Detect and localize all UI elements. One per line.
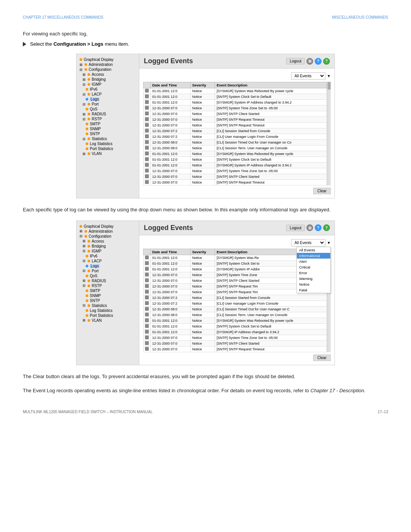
sidebar-item-vlan[interactable]: ⊞VLAN <box>76 151 139 156</box>
grid-icon-2[interactable]: ⊞ <box>306 224 313 231</box>
tree-toggle-7[interactable]: ⊟ <box>83 259 86 263</box>
sidebar-item-port-statistics[interactable]: Port Statistics <box>76 313 139 318</box>
dot-18 <box>86 147 88 150</box>
tree-toggle-3[interactable]: ⊞ <box>83 239 86 243</box>
dropdown-option-error[interactable]: Error <box>297 270 330 276</box>
sidebar-item-log-statistics[interactable]: Log Statistics <box>76 141 139 146</box>
sidebar-item-radius[interactable]: ⊞RADIUS <box>76 112 139 117</box>
dot-3 <box>88 73 90 76</box>
cell-7-1: Notice <box>190 128 215 134</box>
sidebar-item-administration[interactable]: ⊞Administration <box>76 62 139 67</box>
tree-toggle-5[interactable]: ⊟ <box>83 83 86 86</box>
clear-button-1[interactable]: Clear <box>313 188 331 194</box>
tree-toggle-9[interactable]: ⊟ <box>83 102 86 106</box>
sidebar-item-smtp[interactable]: SMTP <box>76 288 139 293</box>
tree-toggle-3[interactable]: ⊞ <box>83 73 86 77</box>
tree-toggle-1[interactable]: ⊞ <box>80 229 83 233</box>
sidebar-item-snmp[interactable]: SNMP <box>76 126 139 131</box>
sidebar-item-bridging[interactable]: ⊞Bridging <box>76 77 139 82</box>
tree-toggle-2[interactable]: ⊟ <box>80 68 83 72</box>
dropdown-option-fatal[interactable]: Fatal <box>297 287 330 293</box>
filter-dropdown-arrow-2[interactable]: ▼ <box>327 241 331 245</box>
dropdown-option-alert[interactable]: Alert <box>297 259 330 264</box>
tree-toggle-16[interactable]: ⊟ <box>83 137 86 141</box>
sidebar-item-access[interactable]: ⊞Access <box>76 239 139 244</box>
sidebar-item-rstp[interactable]: ⊟RSTP <box>76 283 139 288</box>
sidebar-item-statistics[interactable]: ⊟Statistics <box>76 303 139 308</box>
sidebar-item-statistics[interactable]: ⊟Statistics <box>76 136 139 141</box>
dropdown-option-warning[interactable]: Warning <box>297 276 330 281</box>
logout-button-1[interactable]: Logout <box>286 58 305 64</box>
sidebar-item-administration[interactable]: ⊞Administration <box>76 229 139 234</box>
sidebar-item-qos[interactable]: QoS <box>76 273 139 278</box>
sidebar-item-lacp[interactable]: ⊟LACP <box>76 92 139 97</box>
info-icon-1[interactable]: ? <box>315 58 322 65</box>
help-icon-2[interactable]: ? <box>323 224 330 231</box>
sidebar-item-ipv6[interactable]: IPv6 <box>76 254 139 259</box>
sidebar-item-smtp[interactable]: SMTP <box>76 121 139 126</box>
sidebar-item-port[interactable]: ⊟Port <box>76 102 139 107</box>
tree-toggle-4[interactable]: ⊞ <box>83 244 86 248</box>
tree-toggle-11[interactable]: ⊞ <box>83 112 86 116</box>
desc-text-3: The Event Log records operating events a… <box>23 387 388 395</box>
tree-toggle-7[interactable]: ⊟ <box>83 93 86 96</box>
clear-button-2[interactable]: Clear <box>313 355 331 361</box>
tree-toggle-5[interactable]: ⊟ <box>83 249 86 253</box>
sidebar-item-lacp[interactable]: ⊟LACP <box>76 259 139 264</box>
filter-select-1[interactable]: All Events <box>291 72 325 80</box>
tree-toggle-19[interactable]: ⊞ <box>83 152 86 156</box>
sidebar-item-rstp[interactable]: ⊟RSTP <box>76 117 139 121</box>
sidebar-item-logs[interactable]: Logs <box>76 264 139 268</box>
sidebar-item-graphical-display[interactable]: Graphical Display <box>76 57 139 62</box>
cell-9-1: Notice <box>190 140 215 145</box>
sidebar-item-qos[interactable]: QoS <box>76 107 139 112</box>
cell-7-0: 12-31-2000 07:2 <box>151 128 191 134</box>
sidebar-item-configuration[interactable]: ⊟Configuration <box>76 234 139 239</box>
sidebar-item-snmp[interactable]: SNMP <box>76 293 139 298</box>
tree-toggle-12[interactable]: ⊟ <box>83 117 86 121</box>
sidebar-item-vlan[interactable]: ⊞VLAN <box>76 318 139 323</box>
row-icon-shape-9 <box>145 307 149 311</box>
logout-button-2[interactable]: Logout <box>286 225 305 231</box>
cell-13-2: [SYSMGR] System IP Address changed to 3.… <box>215 163 327 168</box>
sidebar-item-configuration[interactable]: ⊟Configuration <box>76 67 139 72</box>
sidebar-item-radius[interactable]: ⊞RADIUS <box>76 278 139 283</box>
sidebar-item-port[interactable]: ⊟Port <box>76 268 139 273</box>
tree-toggle-19[interactable]: ⊞ <box>83 318 86 322</box>
sidebar-item-igmp[interactable]: ⊟IGMP <box>76 249 139 254</box>
tree-toggle-4[interactable]: ⊞ <box>83 78 86 81</box>
main-content-2: Logged Events Logout ⊞ ? ? All Events ▼ … <box>139 221 335 365</box>
tree-toggle-2[interactable]: ⊟ <box>80 234 83 238</box>
sidebar-item-bridging[interactable]: ⊞Bridging <box>76 244 139 249</box>
sidebar-label-19: VLAN <box>92 152 102 156</box>
sidebar-item-ipv6[interactable]: IPv6 <box>76 87 139 92</box>
dropdown-option-informational[interactable]: Informational <box>297 253 330 259</box>
tree-toggle-9[interactable]: ⊟ <box>83 269 86 273</box>
cell-3-0: 12-31-2000 07:0 <box>151 272 191 278</box>
help-icon-1[interactable]: ? <box>323 58 330 65</box>
dropdown-option-all-events[interactable]: All Events <box>297 247 330 253</box>
filter-dropdown-arrow-1[interactable]: ▼ <box>327 74 331 78</box>
scrollbar-1[interactable] <box>327 82 331 185</box>
grid-icon-1[interactable]: ⊞ <box>306 58 313 65</box>
sidebar-item-log-statistics[interactable]: Log Statistics <box>76 308 139 313</box>
tree-toggle-1[interactable]: ⊞ <box>80 63 83 67</box>
cell-7-2: [CLI] Session Started from Console <box>215 295 327 300</box>
table-row: 12-31-2000 08:0Notice[CLI] Session Timed… <box>143 306 327 312</box>
instruction-end: menu item. <box>104 41 129 47</box>
info-icon-2[interactable]: ? <box>315 224 322 231</box>
dot-8 <box>86 98 88 101</box>
sidebar-item-port-statistics[interactable]: Port Statistics <box>76 146 139 151</box>
sidebar-item-igmp[interactable]: ⊟IGMP <box>76 82 139 87</box>
tree-toggle-12[interactable]: ⊟ <box>83 284 86 288</box>
sidebar-item-graphical-display[interactable]: Graphical Display <box>76 224 139 229</box>
sidebar-item-sntp[interactable]: SNTP <box>76 131 139 136</box>
filter-select-2[interactable]: All Events <box>291 239 325 246</box>
dropdown-option-critical[interactable]: Critical <box>297 264 330 270</box>
tree-toggle-16[interactable]: ⊟ <box>83 304 86 307</box>
sidebar-item-sntp[interactable]: SNTP <box>76 298 139 303</box>
sidebar-item-logs[interactable]: Logs <box>76 97 139 102</box>
tree-toggle-11[interactable]: ⊞ <box>83 279 86 283</box>
dropdown-option-notice[interactable]: Notice <box>297 281 330 287</box>
sidebar-item-access[interactable]: ⊞Access <box>76 72 139 77</box>
